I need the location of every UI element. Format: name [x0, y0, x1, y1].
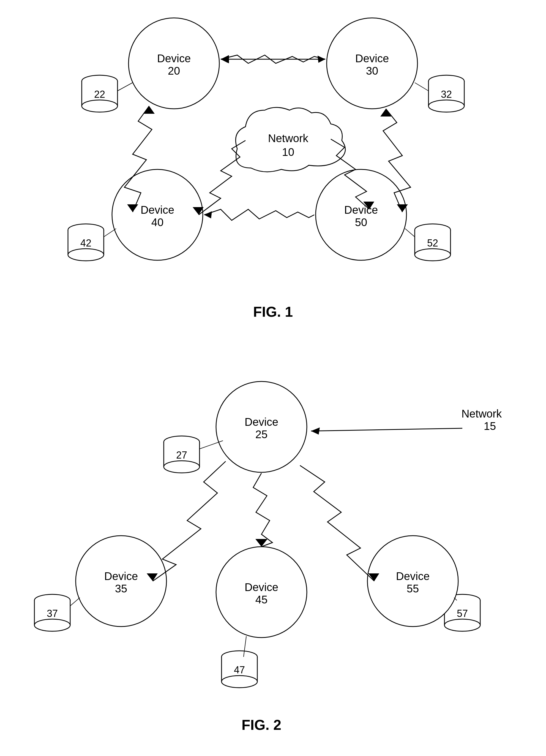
fig2-label: FIG. 2	[242, 717, 281, 733]
db27: 27	[164, 436, 200, 473]
db42: 42	[68, 224, 104, 261]
svg-text:22: 22	[94, 89, 105, 100]
network15-label1: Network	[461, 408, 502, 420]
svg-point-16	[68, 249, 104, 261]
conn-40-db42	[104, 229, 116, 237]
device35-label1: Device	[104, 570, 138, 582]
svg-marker-26	[221, 56, 229, 63]
device50-label1: Device	[344, 204, 378, 216]
svg-point-22	[415, 249, 450, 261]
fig1-svg: 22 32 42	[0, 0, 546, 350]
fig1-container: 22 32 42	[0, 0, 546, 350]
network15-arrow	[311, 428, 462, 431]
network15-label2: 15	[484, 420, 496, 432]
device25-label1: Device	[245, 416, 278, 428]
db57-label: 57	[457, 608, 468, 619]
db47: 47	[222, 651, 257, 688]
device20-label1: Device	[157, 52, 191, 64]
svg-point-54	[444, 619, 480, 631]
db37: 37	[34, 594, 70, 631]
device45-label2: 45	[256, 594, 268, 606]
svg-marker-30	[380, 109, 391, 116]
network15-arrowhead	[311, 427, 320, 435]
connection-40-50	[204, 209, 314, 220]
svg-point-39	[164, 461, 200, 473]
device50-label2: 50	[355, 216, 367, 228]
db22: 22	[82, 75, 118, 112]
device30-label1: Device	[355, 52, 389, 64]
conn-30-db32	[415, 83, 428, 91]
connection-25-55	[300, 465, 379, 581]
svg-marker-32	[204, 211, 212, 218]
device25-label2: 25	[256, 428, 268, 440]
device40-label2: 40	[151, 216, 164, 228]
page: 22 32 42	[0, 0, 546, 756]
network10-label2: 10	[282, 146, 294, 158]
db32: 32	[428, 75, 464, 112]
device55-label1: Device	[396, 570, 430, 582]
device55-label2: 55	[407, 582, 419, 595]
svg-point-4	[82, 100, 118, 112]
device35-label2: 35	[115, 582, 127, 595]
fig2-svg: 27 37 47	[0, 372, 546, 756]
network10-label1: Network	[268, 132, 309, 144]
svg-point-49	[222, 676, 257, 688]
svg-point-10	[428, 100, 464, 112]
svg-marker-27	[317, 56, 325, 63]
fig2-container: 27 37 47	[0, 372, 546, 756]
svg-text:32: 32	[441, 89, 452, 100]
db27-label: 27	[176, 449, 187, 461]
conn-50-db52	[405, 229, 415, 237]
device40-label1: Device	[141, 204, 174, 216]
db47-label: 47	[234, 664, 245, 676]
conn-35-db37	[70, 598, 80, 606]
db37-label: 37	[47, 608, 58, 619]
network10-cloud: Network 10	[236, 107, 345, 172]
device20-label2: 20	[168, 65, 180, 77]
svg-text:42: 42	[80, 237, 91, 249]
db52: 52	[415, 224, 450, 261]
device45-label1: Device	[245, 581, 278, 593]
svg-point-44	[34, 619, 70, 631]
device30-label2: 30	[366, 65, 378, 77]
connection-25-45	[253, 473, 273, 547]
fig1-label: FIG. 1	[253, 304, 293, 320]
svg-marker-29	[144, 106, 155, 114]
svg-text:52: 52	[427, 237, 438, 249]
conn-20-db22	[118, 83, 133, 91]
